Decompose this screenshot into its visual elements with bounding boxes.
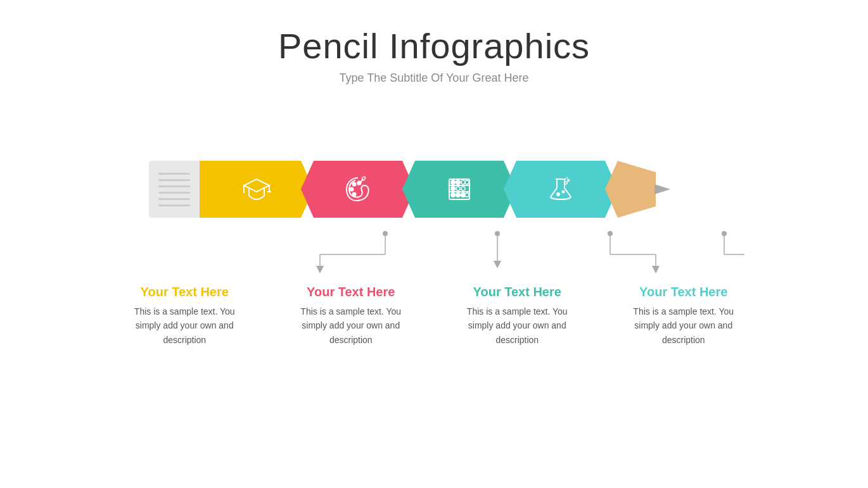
svg-point-37 (608, 231, 613, 236)
svg-point-27 (568, 180, 570, 182)
graduation-cap-icon (241, 174, 272, 204)
pencil-segment-2 (301, 161, 415, 218)
page-title: Pencil Infographics (278, 25, 590, 66)
connector-lines (174, 230, 744, 281)
svg-point-25 (563, 191, 565, 193)
svg-point-5 (353, 193, 356, 196)
svg-point-13 (456, 180, 460, 184)
svg-point-15 (465, 180, 469, 184)
flask-icon (546, 174, 576, 204)
label-col-2: Your Text Here This is a sample text. Yo… (288, 275, 414, 347)
svg-point-21 (461, 193, 465, 197)
abacus-icon (444, 174, 475, 204)
svg-marker-41 (652, 266, 660, 273)
svg-point-34 (495, 231, 500, 236)
pencil-segment-3 (402, 161, 516, 218)
svg-point-18 (461, 187, 465, 191)
label-text-4: This is a sample text. You simply add yo… (620, 304, 747, 347)
svg-point-16 (451, 187, 455, 191)
svg-point-4 (350, 188, 354, 191)
label-col-3: Your Text Here This is a sample text. Yo… (454, 275, 580, 347)
svg-point-17 (456, 187, 460, 191)
pencil-eraser (149, 161, 200, 218)
paint-palette-icon (343, 174, 373, 204)
label-title-4: Your Text Here (620, 285, 747, 299)
svg-marker-0 (244, 179, 269, 192)
svg-point-42 (722, 231, 727, 236)
label-title-2: Your Text Here (288, 285, 414, 299)
label-col-4: Your Text Here This is a sample text. Yo… (620, 275, 747, 347)
svg-point-8 (361, 176, 366, 180)
label-text-2: This is a sample text. You simply add yo… (288, 304, 414, 347)
svg-point-14 (461, 180, 465, 184)
label-title-1: Your Text Here (121, 285, 248, 299)
svg-point-26 (565, 182, 567, 184)
label-text-3: This is a sample text. You simply add yo… (454, 304, 580, 347)
pencil-segment-1 (200, 161, 314, 218)
label-title-3: Your Text Here (454, 285, 580, 299)
svg-point-19 (451, 193, 455, 197)
svg-marker-36 (494, 261, 501, 268)
svg-point-29 (383, 231, 388, 236)
svg-point-20 (456, 193, 460, 197)
svg-point-28 (566, 177, 568, 178)
label-text-1: This is a sample text. You simply add yo… (121, 304, 248, 347)
svg-marker-33 (316, 266, 324, 273)
page-subtitle: Type The Subtitle Of Your Great Here (278, 72, 590, 85)
pencil-tip (605, 161, 670, 218)
svg-point-24 (557, 193, 559, 196)
svg-point-3 (353, 183, 356, 186)
pencil-graphic (149, 148, 719, 230)
svg-point-12 (451, 180, 455, 184)
pencil-segment-4 (504, 161, 618, 218)
label-col-1: Your Text Here This is a sample text. Yo… (121, 275, 248, 347)
